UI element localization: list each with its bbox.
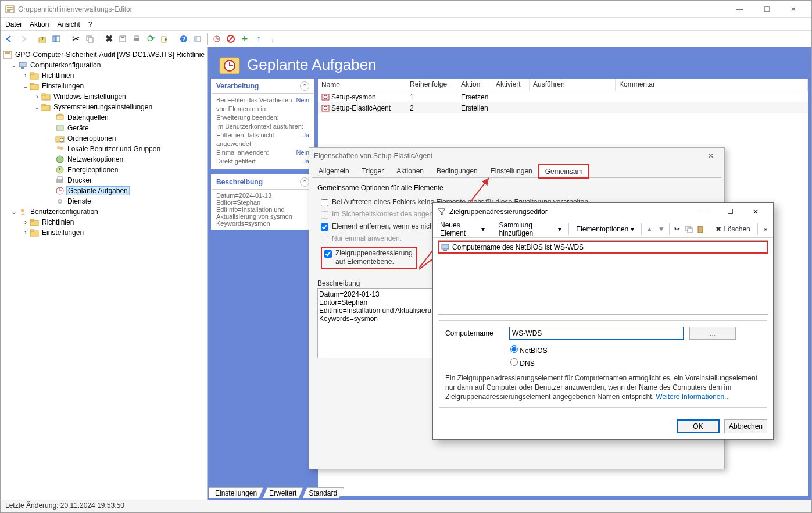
ok-button[interactable]: OK bbox=[677, 419, 720, 433]
new-item-dropdown[interactable]: Neues Element ▾ bbox=[435, 219, 489, 239]
tab-trigger[interactable]: Trigger bbox=[356, 164, 391, 177]
menu-file[interactable]: Datei bbox=[5, 20, 22, 28]
paste-icon[interactable] bbox=[695, 223, 706, 236]
cancel-button[interactable]: Abbrechen bbox=[724, 419, 767, 433]
print-icon[interactable] bbox=[130, 33, 143, 45]
tree-b-richt[interactable]: Richtlinien bbox=[41, 218, 75, 226]
grid-header: Name Reihenfolge Aktion Aktiviert Ausfüh… bbox=[318, 79, 808, 91]
svg-point-47 bbox=[21, 209, 24, 212]
move-up-icon[interactable]: ↑ bbox=[252, 33, 265, 45]
folder-icon bbox=[30, 71, 39, 80]
browse-button[interactable]: ... bbox=[689, 327, 736, 340]
close-icon[interactable]: ✕ bbox=[702, 152, 720, 160]
show-hide-tree-icon[interactable] bbox=[50, 33, 63, 45]
chk-stop-on-error[interactable] bbox=[321, 199, 328, 206]
overflow-icon[interactable]: » bbox=[760, 223, 771, 236]
maximize-button[interactable]: ☐ bbox=[753, 1, 780, 18]
bottom-tab-erweitert[interactable]: Erweitert bbox=[263, 487, 303, 498]
help-icon[interactable]: ? bbox=[177, 33, 190, 45]
tree-geplante[interactable]: Geplante Aufgaben bbox=[66, 186, 130, 195]
tree-computerkonf[interactable]: Computerkonfiguration bbox=[29, 61, 102, 69]
beschreibung-line: Keywords=sysmon bbox=[216, 220, 309, 227]
tree-b-einst[interactable]: Einstellungen bbox=[41, 229, 85, 237]
close-icon[interactable]: ✕ bbox=[743, 204, 768, 220]
forward-icon[interactable] bbox=[17, 33, 30, 45]
up-folder-icon[interactable] bbox=[36, 33, 49, 45]
copy-icon[interactable] bbox=[83, 33, 96, 45]
svg-rect-9 bbox=[120, 36, 126, 42]
tree-benutzerkonf[interactable]: Benutzerkonfiguration bbox=[29, 208, 99, 216]
add-collection-dropdown[interactable]: Sammlung hinzufügen ▾ bbox=[495, 219, 567, 239]
delete-icon[interactable]: ✖ bbox=[102, 33, 115, 45]
tree-dienste[interactable]: Dienste bbox=[66, 197, 92, 205]
tree-windows[interactable]: Windows-Einstellungen bbox=[52, 92, 127, 101]
minimize-button[interactable]: — bbox=[727, 1, 753, 18]
col-action[interactable]: Aktion bbox=[457, 79, 492, 91]
col-enabled[interactable]: Aktiviert bbox=[492, 79, 530, 91]
tree-einstellungen[interactable]: Einstellungen bbox=[41, 82, 85, 90]
targeting-list[interactable]: Computername des NetBIOS ist WS-WDS bbox=[438, 240, 768, 315]
maximize-icon[interactable]: ☐ bbox=[717, 204, 743, 220]
tab-bedingungen[interactable]: Bedingungen bbox=[430, 164, 484, 177]
properties-icon[interactable] bbox=[116, 33, 129, 45]
list-item[interactable]: Computername des NetBIOS ist WS-WDS bbox=[439, 242, 767, 252]
tree-ordneropt[interactable]: Ordneroptionen bbox=[66, 134, 117, 142]
svg-point-46 bbox=[59, 200, 61, 202]
tab-gemeinsam[interactable]: Gemeinsam bbox=[539, 165, 589, 178]
col-comment[interactable]: Kommentar bbox=[616, 79, 808, 91]
tab-einstellungen[interactable]: Einstellungen bbox=[484, 164, 539, 177]
refresh-icon[interactable]: ⟳ bbox=[144, 33, 157, 45]
item-options-dropdown[interactable]: Elementoptionen ▾ bbox=[571, 223, 639, 235]
tab-aktionen[interactable]: Aktionen bbox=[390, 164, 430, 177]
menu-help[interactable]: ? bbox=[88, 20, 92, 28]
titlebar: Gruppenrichtlinienverwaltungs-Editor — ☐… bbox=[1, 1, 811, 18]
export-icon[interactable] bbox=[158, 33, 171, 45]
col-name[interactable]: Name bbox=[318, 79, 406, 91]
properties-dialog-title: Eigenschaften von Setup-ElasticAgent bbox=[314, 152, 432, 160]
close-button[interactable]: ✕ bbox=[780, 1, 807, 18]
toggle-icon[interactable] bbox=[191, 33, 204, 45]
tree-datenquellen[interactable]: Datenquellen bbox=[66, 113, 110, 122]
window-title: Gruppenrichtlinienverwaltungs-Editor bbox=[18, 5, 133, 13]
move-up-icon[interactable]: ▲ bbox=[644, 223, 654, 236]
bottom-tab-standard[interactable]: Standard bbox=[302, 487, 344, 498]
table-row[interactable]: Setup-sysmon1Ersetzen bbox=[318, 91, 808, 102]
minimize-icon[interactable]: — bbox=[692, 204, 717, 220]
stop-icon[interactable] bbox=[224, 33, 237, 45]
col-order[interactable]: Reihenfolge bbox=[406, 79, 457, 91]
chk-remove-unapplied[interactable] bbox=[321, 223, 328, 231]
computername-input[interactable] bbox=[509, 327, 684, 340]
radio-dns[interactable]: DNS bbox=[510, 358, 761, 368]
menu-action[interactable]: Aktion bbox=[30, 20, 49, 28]
tree-energieopt[interactable]: Energieoptionen bbox=[66, 166, 119, 174]
tree-syssteuer[interactable]: Systemsteuerungseinstellungen bbox=[52, 103, 153, 111]
move-down-icon[interactable]: ↓ bbox=[266, 33, 279, 45]
more-info-link[interactable]: Weitere Informationen... bbox=[656, 393, 730, 401]
tree-geraete[interactable]: Geräte bbox=[66, 124, 90, 132]
copy-icon[interactable] bbox=[684, 223, 694, 236]
scheduled-tasks-icon bbox=[55, 186, 65, 195]
cut-icon[interactable]: ✂ bbox=[672, 223, 682, 236]
delete-button[interactable]: ✖ Löschen bbox=[711, 223, 754, 235]
cut-icon[interactable]: ✂ bbox=[69, 33, 82, 45]
table-row[interactable]: Setup-ElasticAgent2Erstellen bbox=[318, 102, 808, 113]
svg-rect-5 bbox=[53, 36, 56, 42]
tree-root[interactable]: GPO-Computer-Sicherheit-Audit [WS-DC1.WS… bbox=[14, 51, 206, 59]
move-down-icon[interactable]: ▼ bbox=[656, 223, 666, 236]
bottom-tab-einstellungen[interactable]: Einstellungen bbox=[209, 487, 263, 498]
tree-richtlinien[interactable]: Richtlinien bbox=[41, 72, 75, 80]
tab-allgemein[interactable]: Allgemein bbox=[312, 164, 356, 177]
tree-drucker[interactable]: Drucker bbox=[66, 176, 93, 184]
menu-view[interactable]: Ansicht bbox=[57, 20, 80, 28]
radio-netbios[interactable]: NetBIOS bbox=[510, 345, 761, 355]
back-icon[interactable] bbox=[3, 33, 16, 45]
scheduled-task-icon[interactable] bbox=[210, 33, 223, 45]
collapse-icon[interactable]: ⌃ bbox=[300, 177, 309, 187]
add-icon[interactable]: ＋ bbox=[238, 33, 251, 45]
tree-netzopt[interactable]: Netzwerkoptionen bbox=[66, 155, 124, 163]
tree-pane[interactable]: GPO-Computer-Sicherheit-Audit [WS-DC1.WS… bbox=[1, 47, 208, 500]
chk-item-level-targeting[interactable] bbox=[324, 250, 332, 258]
col-run[interactable]: Ausführen bbox=[530, 79, 616, 91]
collapse-icon[interactable]: ⌃ bbox=[300, 81, 309, 91]
tree-lokbenutzer[interactable]: Lokale Benutzer und Gruppen bbox=[66, 145, 162, 153]
